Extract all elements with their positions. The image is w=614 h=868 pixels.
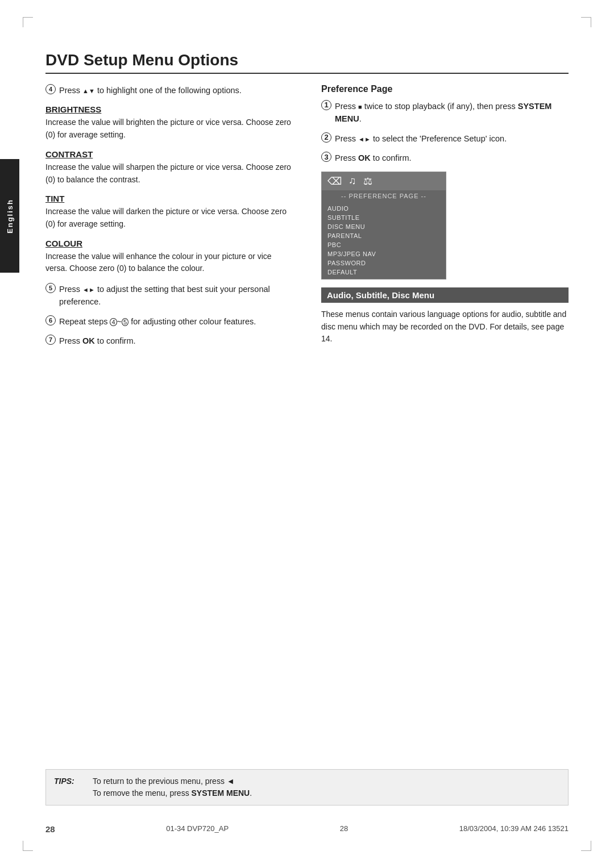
tips-line2: To remove the menu, press SYSTEM MENU. xyxy=(93,788,252,798)
preference-page-heading: Preference Page xyxy=(321,84,569,94)
pref-icon-music: ♫ xyxy=(349,175,356,187)
colour-section: COLOUR Increase the value will enhance t… xyxy=(45,239,293,275)
stop-icon xyxy=(358,102,362,111)
tips-label: TIPS: xyxy=(54,775,82,787)
step-6-num: 6 xyxy=(45,315,56,326)
pref-menu-icons-bar: ⌫ ♫ ⚖ xyxy=(322,172,446,190)
step-5-text: Press to adjust the setting that best su… xyxy=(59,283,293,308)
audio-subtitle-body: These menus contain various language opt… xyxy=(321,308,569,345)
step-7-num: 7 xyxy=(45,335,56,345)
left-column: 4 Press to highlight one of the followin… xyxy=(45,84,293,354)
pref-menu-label: -- PREFERENCE PAGE -- xyxy=(322,190,446,202)
tint-body: Increase the value will darken the pictu… xyxy=(45,206,293,230)
step-7: 7 Press OK to confirm. xyxy=(45,335,293,347)
corner-mark-tl xyxy=(23,17,33,27)
right-arrow-icon xyxy=(89,285,95,294)
pref-menu-item-parental: PARENTAL xyxy=(322,231,446,240)
step-4: 4 Press to highlight one of the followin… xyxy=(45,84,293,97)
corner-mark-tr xyxy=(581,17,591,27)
brightness-section: BRIGHTNESS Increase the value will brigh… xyxy=(45,105,293,141)
footer: 28 01-34 DVP720_AP 28 18/03/2004, 10:39 … xyxy=(45,824,569,834)
colour-body: Increase the value will enhance the colo… xyxy=(45,251,293,275)
step-5-num: 5 xyxy=(45,283,56,293)
footer-left: 01-34 DVP720_AP xyxy=(166,824,229,834)
down-arrow-icon xyxy=(89,86,95,95)
pref-menu-item-mp3: MP3/JPEG NAV xyxy=(322,249,446,258)
tint-heading: TINT xyxy=(45,194,293,203)
step-4-num: 4 xyxy=(45,84,56,94)
contrast-body: Increase the value will sharpen the pict… xyxy=(45,161,293,186)
step-7-text: Press OK to confirm. xyxy=(59,335,136,347)
preference-menu: ⌫ ♫ ⚖ -- PREFERENCE PAGE -- AUDIO SUBTIT… xyxy=(321,172,446,279)
pref-menu-item-pbc: PBC xyxy=(322,240,446,249)
brightness-body: Increase the value will brighten the pic… xyxy=(45,116,293,141)
right-arrow-icon2 xyxy=(364,134,371,143)
pref-icon-back: ⌫ xyxy=(327,175,342,187)
pref-menu-list: AUDIO SUBTITLE DISC MENU PARENTAL PBC MP… xyxy=(322,202,446,279)
footer-right: 18/03/2004, 10:39 AM 246 13521 xyxy=(459,824,569,834)
contrast-section: CONTRAST Increase the value will sharpen… xyxy=(45,149,293,186)
step-6-text: Repeat steps 4~5 for adjusting other col… xyxy=(59,315,256,328)
corner-mark-br xyxy=(581,841,591,851)
pref-menu-item-password: PASSWORD xyxy=(322,258,446,268)
page-title: DVD Setup Menu Options xyxy=(45,51,569,74)
left-arrow-icon xyxy=(82,285,89,294)
page-container: English DVD Setup Menu Options 4 Press t… xyxy=(0,0,614,868)
right-column: Preference Page 1 Press twice to stop pl… xyxy=(321,84,569,354)
step-4-text: Press to highlight one of the following … xyxy=(59,84,242,97)
tips-content: To return to the previous menu, press ◄ … xyxy=(93,775,252,799)
step-6: 6 Repeat steps 4~5 for adjusting other c… xyxy=(45,315,293,328)
tips-line1: To return to the previous menu, press ◄ xyxy=(93,777,235,786)
tips-bar: TIPS: To return to the previous menu, pr… xyxy=(45,769,569,806)
pref-menu-item-default: DEFAULT xyxy=(322,268,446,277)
pref-step-2: 2 Press to select the 'Preference Setup'… xyxy=(321,132,569,145)
brightness-heading: BRIGHTNESS xyxy=(45,105,293,114)
pref-step-1-num: 1 xyxy=(321,100,331,110)
tint-section: TINT Increase the value will darken the … xyxy=(45,194,293,230)
corner-mark-bl xyxy=(23,841,33,851)
pref-step-3: 3 Press OK to confirm. xyxy=(321,152,569,164)
pref-step-2-text: Press to select the 'Preference Setup' i… xyxy=(335,132,507,145)
left-arrow-icon2 xyxy=(358,134,364,143)
pref-menu-label-text: -- PREFERENCE PAGE -- xyxy=(341,193,426,199)
pref-step-3-text: Press OK to confirm. xyxy=(335,152,412,164)
two-col-layout: 4 Press to highlight one of the followin… xyxy=(45,84,569,354)
pref-step-2-num: 2 xyxy=(321,132,331,143)
audio-subtitle-heading: Audio, Subtitle, Disc Menu xyxy=(321,287,569,303)
pref-menu-item-disc-menu: DISC MENU xyxy=(322,222,446,231)
pref-icon-settings: ⚖ xyxy=(363,175,372,187)
contrast-heading: CONTRAST xyxy=(45,149,293,159)
up-arrow-icon xyxy=(82,86,89,95)
pref-step-1: 1 Press twice to stop playback (if any),… xyxy=(321,100,569,126)
pref-step-1-text: Press twice to stop playback (if any), t… xyxy=(335,100,569,126)
pref-menu-item-audio: AUDIO xyxy=(322,204,446,213)
footer-center: 28 xyxy=(340,824,348,834)
colour-heading: COLOUR xyxy=(45,239,293,248)
pref-menu-item-subtitle: SUBTITLE xyxy=(322,213,446,222)
side-tab: English xyxy=(0,159,19,273)
step-5: 5 Press to adjust the setting that best … xyxy=(45,283,293,308)
side-tab-label: English xyxy=(6,199,14,233)
page-number: 28 xyxy=(45,824,55,834)
pref-step-3-num: 3 xyxy=(321,152,331,162)
